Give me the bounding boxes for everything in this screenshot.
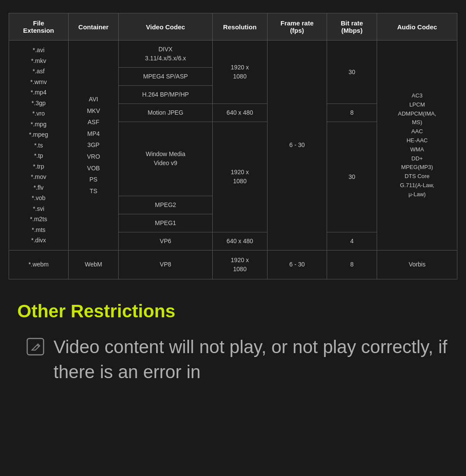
cell-bitrate-4: 4 xyxy=(327,232,377,250)
cell-codec-mpeg4: MPEG4 SP/ASP xyxy=(119,68,212,86)
cell-codec-mjpeg: Motion JPEG xyxy=(119,104,212,122)
cell-bitrate-webm: 8 xyxy=(327,250,377,279)
header-video-codec: Video Codec xyxy=(119,13,212,41)
cell-codec-divx: DIVX3.11/4.x/5.x/6.x xyxy=(119,41,212,68)
cell-ext-webm: *.webm xyxy=(9,250,69,279)
cell-codec-mpeg1: MPEG1 xyxy=(119,214,212,232)
header-container: Container xyxy=(68,13,119,41)
header-bit-rate: Bit rate(Mbps) xyxy=(327,13,377,41)
section-title-other-restrictions: Other Restrictions xyxy=(13,301,457,322)
cell-codec-vp6: VP6 xyxy=(119,232,212,250)
cell-res-640-1: 640 x 480 xyxy=(212,104,267,122)
cell-bitrate-8-1: 8 xyxy=(327,104,377,122)
table-row: *.avi*.mkv*.asf*.wmv*.mp4*.3gp*.vro*.mpg… xyxy=(9,41,457,68)
cell-res-1920-top: 1920 x1080 xyxy=(212,41,267,104)
note-text: Video content will not play, or not play… xyxy=(54,335,457,385)
header-audio-codec: Audio Codec xyxy=(377,13,457,41)
cell-audio-webm: Vorbis xyxy=(377,250,457,279)
cell-container-avi: AVIMKVASFMP43GPVROVOBPSTS xyxy=(68,41,119,251)
cell-fps-avi: 6 - 30 xyxy=(267,41,327,251)
header-resolution: Resolution xyxy=(212,13,267,41)
cell-codec-vp8: VP8 xyxy=(119,250,212,279)
cell-file-extensions: *.avi*.mkv*.asf*.wmv*.mp4*.3gp*.vro*.mpg… xyxy=(9,41,69,251)
header-frame-rate: Frame rate(fps) xyxy=(267,13,327,41)
cell-codec-h264: H.264 BP/MP/HP xyxy=(119,86,212,104)
cell-codec-mpeg2: MPEG2 xyxy=(119,196,212,214)
cell-bitrate-30-top: 30 xyxy=(327,41,377,104)
cell-fps-webm: 6 - 30 xyxy=(267,250,327,279)
cell-res-webm: 1920 x1080 xyxy=(212,250,267,279)
header-file-ext: FileExtension xyxy=(9,13,69,41)
cell-res-1920-bottom: 1920 x1080 xyxy=(212,122,267,232)
table-row: *.webm WebM VP8 1920 x1080 6 - 30 8 Vorb… xyxy=(9,250,457,279)
cell-res-640-2: 640 x 480 xyxy=(212,232,267,250)
cell-codec-wmv9: Window MediaVideo v9 xyxy=(119,122,212,196)
cell-audio-avi: AC3LPCMADMPCM(IMA,MS)AACHE-AACWMADD+MPEG… xyxy=(377,41,457,251)
cell-container-webm: WebM xyxy=(68,250,119,279)
cell-bitrate-30-bottom: 30 xyxy=(327,122,377,232)
note-icon xyxy=(26,337,45,357)
